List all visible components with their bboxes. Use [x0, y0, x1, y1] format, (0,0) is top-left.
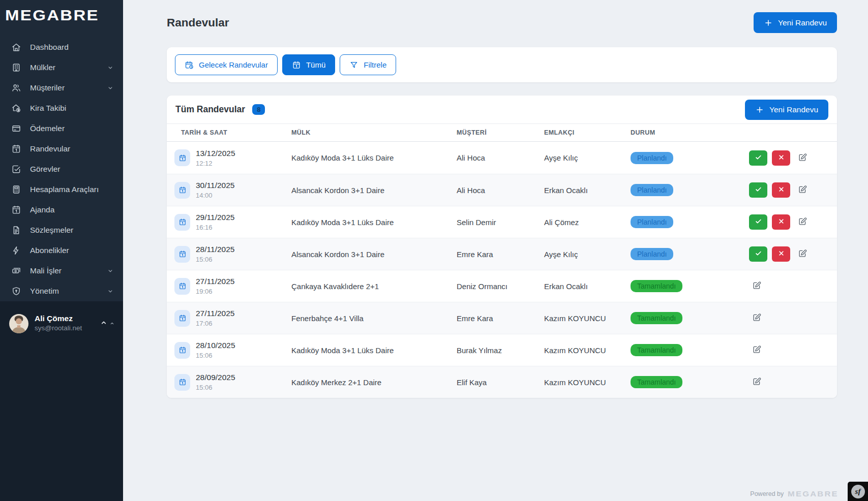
footer: Powered by MEGABRE [750, 489, 834, 498]
table-header-row: TARİH & SAAT MÜLK MÜŞTERİ EMLAKÇI DURUM [167, 124, 837, 142]
confirm-appointment-button[interactable] [749, 150, 767, 166]
cell-date-time: 30/11/202514:00 [167, 181, 291, 199]
edit-appointment-button[interactable] [795, 246, 810, 262]
calendar-date-icon [11, 205, 21, 215]
appointment-time: 17:06 [196, 320, 234, 327]
appointment-date: 13/12/2025 [196, 149, 235, 158]
cell-property: Alsancak Kordon 3+1 Daire [291, 186, 457, 195]
task-check-icon [11, 164, 21, 174]
sidebar-item-label: Hesaplama Araçları [30, 185, 99, 194]
sidebar-item-kira-takibi[interactable]: Kira Takibi [0, 98, 123, 118]
sidebar-item-mulkler[interactable]: Mülkler [0, 57, 123, 78]
confirm-appointment-button[interactable] [749, 182, 767, 198]
sidebar-item-musteriler[interactable]: Müşteriler [0, 78, 123, 98]
edit-appointment-button[interactable] [749, 310, 764, 326]
column-header-date: TARİH & SAAT [167, 124, 291, 141]
cancel-appointment-button[interactable] [772, 246, 790, 262]
appointment-row: 27/11/202517:06Fenerbahçe 4+1 VillaEmre … [167, 302, 837, 334]
sidebar-item-abonelikler[interactable]: Abonelikler [0, 240, 123, 261]
sidebar-item-randevular[interactable]: Randevular [0, 139, 123, 159]
cell-property: Kadıköy Merkez 2+1 Daire [291, 378, 457, 387]
x-mark-icon [777, 153, 785, 163]
sidebar-item-odemeler[interactable]: Ödemeler [0, 118, 123, 139]
sidebar-item-hesaplama-araclari[interactable]: Hesaplama Araçları [0, 179, 123, 200]
status-badge: Planlandı [631, 216, 673, 228]
sidebar-item-mali-i-sler[interactable]: Mali İşler [0, 261, 123, 281]
cancel-appointment-button[interactable] [772, 182, 790, 198]
appointment-time: 19:06 [196, 288, 234, 295]
new-appointment-label: Yeni Randevu [778, 18, 827, 27]
cell-property: Kadıköy Moda 3+1 Lüks Daire [291, 346, 457, 355]
edit-appointment-button[interactable] [749, 342, 764, 358]
calendar-chip-icon [174, 214, 190, 231]
filter-button-gelecek-randevular[interactable]: Gelecek Randevular [175, 54, 278, 75]
appointment-row: 30/11/202514:00Alsancak Kordon 3+1 Daire… [167, 174, 837, 206]
user-email: sys@rootali.net [35, 324, 82, 333]
edit-appointment-button[interactable] [749, 374, 764, 390]
new-appointment-button-secondary[interactable]: Yeni Randevu [745, 100, 828, 120]
sidebar-item-sozlesmeler[interactable]: Sözleşmeler [0, 220, 123, 240]
cancel-appointment-button[interactable] [772, 214, 790, 230]
appointments-card: Tüm Randevular 8 Yeni Randevu TARİH & SA… [167, 96, 837, 398]
cell-customer: Emre Kara [457, 314, 544, 323]
appointment-date: 30/11/2025 [196, 181, 234, 190]
main-content: Randevular Yeni Randevu Gelecek Randevul… [123, 0, 868, 501]
sidebar-item-label: Görevler [30, 165, 60, 174]
check-icon [755, 217, 762, 227]
new-appointment-button[interactable]: Yeni Randevu [754, 12, 837, 33]
sidebar-item-ajanda[interactable]: Ajanda [0, 200, 123, 220]
appointment-row: 28/10/202515:06Kadıköy Moda 3+1 Lüks Dai… [167, 334, 837, 366]
cell-actions [749, 150, 837, 166]
calculator-icon [11, 184, 21, 195]
page-title: Randevular [167, 16, 229, 29]
appointment-time: 12:12 [196, 160, 235, 167]
edit-appointment-button[interactable] [749, 278, 764, 294]
cell-actions [749, 374, 837, 390]
appointment-row: 28/11/202515:06Alsancak Kordon 3+1 Daire… [167, 238, 837, 270]
cell-status: Planlandı [631, 152, 749, 164]
appointment-time: 16:16 [196, 224, 234, 231]
sidebar-item-yonetim[interactable]: Yönetim [0, 281, 123, 301]
calendar-chip-icon [174, 342, 190, 359]
chevron-up-small-icon [109, 319, 115, 328]
user-menu[interactable]: Ali Çömez sys@rootali.net [9, 314, 115, 333]
cell-date-time: 27/11/202517:06 [167, 309, 291, 327]
cell-date-time: 29/11/202516:16 [167, 213, 291, 231]
check-icon [755, 153, 762, 163]
cell-status: Tamamlandı [631, 344, 749, 356]
pencil-square-icon [798, 152, 807, 164]
cell-status: Planlandı [631, 184, 749, 196]
debug-toolbar-button[interactable]: sf [848, 482, 868, 501]
confirm-appointment-button[interactable] [749, 214, 767, 230]
appointment-date: 28/11/2025 [196, 245, 234, 254]
cell-customer: Ali Hoca [457, 153, 544, 162]
cell-actions [749, 342, 837, 358]
filter-button-tumu[interactable]: Tümü [282, 54, 335, 75]
edit-appointment-button[interactable] [795, 182, 810, 198]
pencil-square-icon [798, 184, 807, 196]
edit-appointment-button[interactable] [795, 150, 810, 166]
cell-customer: Emre Kara [457, 250, 544, 259]
lightning-icon [11, 245, 21, 256]
status-badge: Planlandı [631, 152, 673, 164]
cell-status: Planlandı [631, 248, 749, 260]
user-name: Ali Çömez [35, 314, 82, 324]
pencil-square-icon [752, 345, 762, 356]
sidebar-item-label: Ödemeler [30, 124, 65, 133]
pencil-square-icon [798, 248, 807, 260]
sidebar-item-dashboard[interactable]: Dashboard [0, 37, 123, 57]
sidebar-user-section: Ali Çömez sys@rootali.net [0, 301, 123, 501]
pencil-square-icon [752, 280, 762, 292]
edit-appointment-button[interactable] [795, 214, 810, 230]
filter-bar: Gelecek RandevularTümüFiltrele [167, 47, 837, 82]
sidebar-item-gorevler[interactable]: Görevler [0, 159, 123, 179]
cell-property: Fenerbahçe 4+1 Villa [291, 314, 457, 323]
appointment-time: 15:06 [196, 384, 235, 391]
confirm-appointment-button[interactable] [749, 246, 767, 262]
chevron-up-icon [100, 319, 108, 329]
user-menu-toggle[interactable] [100, 319, 115, 329]
cell-actions [749, 246, 837, 262]
cancel-appointment-button[interactable] [772, 150, 790, 166]
status-badge: Tamamlandı [631, 280, 682, 292]
filter-button-filtrele[interactable]: Filtrele [340, 54, 396, 75]
